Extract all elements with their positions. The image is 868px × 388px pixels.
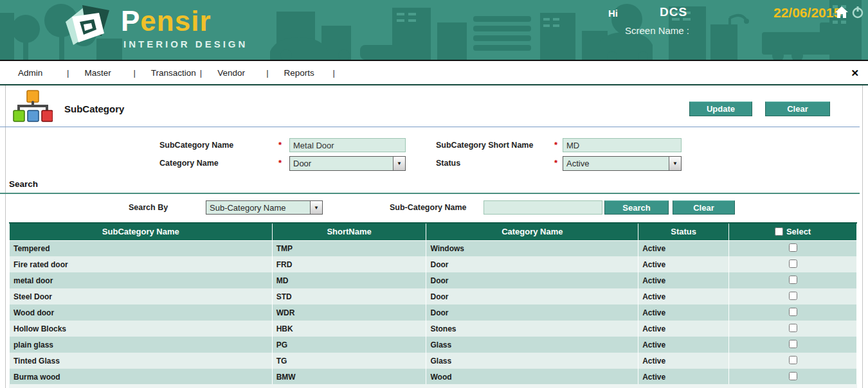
table-row: Burma woodBMWWoodActive (10, 369, 857, 385)
brand-name: Pensir (121, 5, 212, 37)
search-by-select[interactable]: Sub-Category Name ▼ (206, 200, 323, 215)
cell-short: TMP (272, 240, 426, 256)
search-by-value: Sub-Category Name (206, 203, 286, 213)
table-row: Wood doorWDRDoorActive (10, 304, 857, 321)
table-row: metal doorMDDoorActive (10, 272, 857, 288)
subcategory-name-label: SubCategory Name (159, 141, 233, 150)
cell-category: Door (426, 304, 638, 321)
cell-category: Glass (426, 337, 638, 353)
nav-separator: | (133, 68, 135, 78)
close-icon[interactable]: ✕ (851, 67, 859, 79)
cell-short: FRD (272, 256, 426, 272)
table-row: Steel DoorSTDDoorActive (10, 288, 857, 304)
search-button[interactable]: Search (604, 200, 669, 215)
cell-select (729, 288, 857, 304)
row-select-checkbox[interactable] (789, 372, 797, 380)
cell-select (729, 353, 857, 369)
subcategory-hierarchy-icon (13, 89, 53, 124)
cell-short: MD (272, 272, 426, 288)
col-shortname[interactable]: ShortName (272, 223, 426, 240)
page-title: SubCategory (64, 103, 124, 114)
table-row: Fire rated doorFRDDoorActive (10, 256, 857, 272)
cell-name: Steel Door (10, 288, 273, 304)
nav-item-transaction[interactable]: Transaction (151, 68, 197, 78)
col-subcategory-name[interactable]: SubCategory Name (10, 223, 273, 240)
right-page-border (862, 85, 863, 388)
search-field-label: Sub-Category Name (390, 203, 466, 212)
row-select-checkbox[interactable] (789, 243, 797, 252)
content-area: SubCategory Update Clear SubCategory Nam… (0, 85, 868, 388)
cell-name: Hollow Blocks (10, 321, 273, 337)
col-select: Select (729, 223, 857, 240)
date-label: 22/06/2015 (773, 5, 841, 21)
cell-select (729, 337, 857, 353)
col-status[interactable]: Status (638, 223, 729, 240)
nav-item-vendor[interactable]: Vendor (217, 68, 264, 78)
col-category-name[interactable]: Category Name (426, 223, 638, 240)
power-icon[interactable] (851, 6, 864, 19)
cell-category: Wood (426, 369, 638, 385)
nav-separator: | (333, 68, 335, 78)
clear-form-button[interactable]: Clear (765, 101, 830, 116)
nav-separator: | (67, 68, 69, 78)
category-name-select[interactable]: Door ▼ (289, 156, 406, 171)
chevron-down-icon: ▼ (669, 157, 681, 170)
cell-name: Tempered (10, 240, 273, 256)
cell-select (729, 272, 857, 288)
search-divider (0, 193, 860, 194)
cell-name: Fire rated door (10, 256, 273, 272)
nav-item-admin[interactable]: Admin (18, 68, 64, 78)
table-body: TemperedTMPWindowsActiveFire rated doorF… (10, 240, 857, 385)
row-select-checkbox[interactable] (789, 356, 797, 364)
cell-category: Glass (426, 353, 638, 369)
status-value: Active (563, 159, 589, 168)
row-select-checkbox[interactable] (789, 292, 797, 300)
cell-status: Active (638, 304, 729, 321)
clear-search-button[interactable]: Clear (673, 200, 735, 215)
search-value-input[interactable] (484, 200, 602, 215)
required-asterisk: * (278, 158, 282, 168)
row-select-checkbox[interactable] (789, 324, 797, 332)
table-row: Tinted GlassTGGlassActive (10, 353, 857, 369)
brand-rest: ensir (140, 5, 211, 37)
table-row: plain glassPGGlassActive (10, 337, 857, 353)
cell-status: Active (638, 288, 729, 304)
subcategory-short-name-input[interactable] (563, 138, 682, 152)
search-section-heading: Search (9, 179, 38, 189)
status-select[interactable]: Active ▼ (563, 156, 682, 171)
row-select-checkbox[interactable] (789, 276, 797, 284)
cell-short: TG (272, 353, 426, 369)
chevron-down-icon: ▼ (310, 201, 322, 214)
cell-status: Active (638, 272, 729, 288)
nav-separator: | (266, 68, 268, 78)
nav-item-reports[interactable]: Reports (284, 68, 330, 78)
update-button[interactable]: Update (689, 101, 752, 116)
home-icon[interactable] (835, 6, 849, 19)
cell-status: Active (638, 337, 729, 353)
title-divider (0, 127, 860, 127)
select-all-checkbox[interactable] (775, 227, 783, 236)
required-asterisk: * (278, 140, 282, 150)
chevron-down-icon: ▼ (393, 157, 405, 170)
subcategory-name-input[interactable] (289, 138, 406, 152)
nav-item-master[interactable]: Master (84, 68, 131, 78)
table-header-row: SubCategory Name ShortName Category Name… (10, 223, 857, 240)
status-label: Status (436, 159, 460, 168)
pensir-logo-icon (54, 3, 118, 58)
cell-name: Wood door (10, 304, 273, 321)
nav-separator: | (200, 68, 202, 78)
cell-name: Tinted Glass (10, 353, 273, 369)
row-select-checkbox[interactable] (789, 340, 797, 348)
cell-name: plain glass (10, 337, 273, 353)
header-banner: Pensir INTERIOR DESIGN Hi DCS Screen Nam… (0, 0, 868, 60)
left-page-border (5, 85, 6, 388)
search-by-label: Search By (129, 203, 168, 212)
row-select-checkbox[interactable] (789, 308, 797, 316)
table-bottom-strip (9, 384, 857, 388)
select-header-label: Select (786, 227, 811, 236)
cell-name: Burma wood (10, 369, 273, 385)
subcategory-short-name-label: SubCategory Short Name (436, 141, 533, 150)
brand-p: P (121, 5, 140, 37)
cell-select (729, 304, 857, 321)
row-select-checkbox[interactable] (789, 260, 797, 268)
